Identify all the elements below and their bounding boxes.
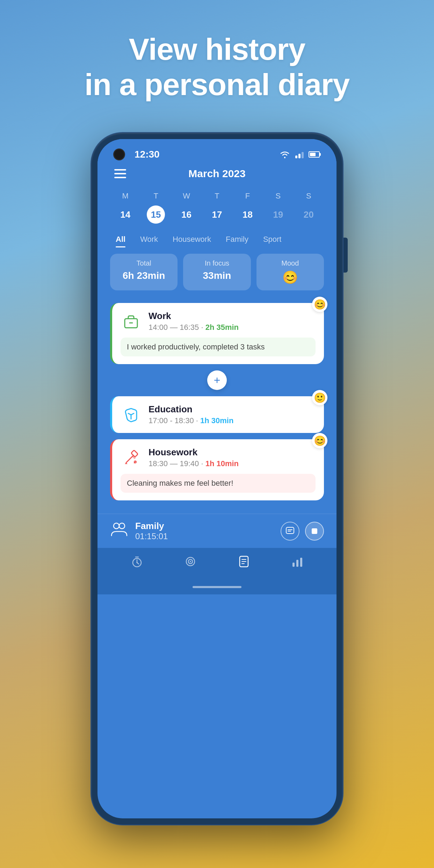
- housework-mood-badge: 😊: [312, 433, 327, 448]
- housework-duration: 1h 10min: [205, 459, 239, 468]
- work-mood-badge: 😊: [312, 297, 327, 312]
- education-duration: 1h 30min: [200, 416, 233, 425]
- tab-sport[interactable]: Sport: [258, 232, 287, 247]
- diary-nav-icon: [237, 555, 251, 571]
- education-mood-badge: 🙂: [312, 390, 327, 405]
- svg-rect-9: [286, 527, 294, 534]
- education-name: Education: [149, 404, 316, 415]
- time-display: 12:30: [135, 149, 160, 160]
- focus-nav-icon: [184, 555, 197, 571]
- tracker-name: Family: [135, 521, 274, 531]
- date-18[interactable]: 18: [232, 205, 263, 224]
- status-bar: 12:30: [97, 139, 337, 164]
- timer-nav-icon: [130, 555, 144, 571]
- nav-timer[interactable]: [130, 555, 144, 573]
- svg-line-4: [126, 456, 133, 463]
- phone-screen: 12:30: [97, 139, 337, 818]
- housework-card-top: Housework 18:30 — 19:40 · 1h 10min: [121, 447, 316, 468]
- svg-rect-12: [312, 528, 317, 534]
- tracker-actions: [281, 522, 324, 541]
- svg-point-7: [114, 523, 119, 529]
- focus-value: 33min: [190, 270, 244, 281]
- education-activity-card[interactable]: 🙂 Education 17:00 - 18:: [110, 396, 324, 433]
- education-icon: [121, 404, 142, 425]
- svg-point-0: [284, 157, 285, 158]
- signal-icon: [295, 151, 304, 158]
- home-indicator: [97, 583, 337, 594]
- housework-card-info: Housework 18:30 — 19:40 · 1h 10min: [149, 447, 316, 468]
- weekday-fri: F: [232, 190, 263, 202]
- housework-icon: [121, 447, 142, 468]
- nav-diary[interactable]: [237, 555, 251, 573]
- stat-total: Total 6h 23min: [110, 254, 178, 290]
- stats-nav-icon: [291, 555, 304, 571]
- stats-row: Total 6h 23min In focus 33min Mood 😊: [97, 247, 337, 299]
- date-15-active[interactable]: 15: [147, 205, 165, 224]
- work-name: Work: [149, 311, 316, 321]
- education-time: 17:00 - 18:30 · 1h 30min: [149, 416, 316, 425]
- hero-line1: View history: [0, 31, 434, 67]
- mood-emoji: 😊: [263, 270, 317, 285]
- tracker-comment-button[interactable]: [281, 522, 299, 541]
- work-card-top: Work 14:00 — 16:35 · 2h 35min: [121, 311, 316, 332]
- hero-line2: in a personal diary: [0, 67, 434, 102]
- tab-family[interactable]: Family: [220, 232, 254, 247]
- tab-all[interactable]: All: [110, 232, 131, 247]
- date-16[interactable]: 16: [171, 205, 202, 224]
- work-note: I worked productively, completed 3 tasks: [121, 338, 316, 356]
- weekday-thu: T: [202, 190, 232, 202]
- tracker-stop-button[interactable]: [305, 522, 324, 541]
- weekday-sat: S: [263, 190, 293, 202]
- tab-work[interactable]: Work: [135, 232, 164, 247]
- weekdays-row: M T W T F S S: [110, 190, 324, 202]
- svg-rect-24: [292, 563, 295, 567]
- focus-label: In focus: [190, 259, 244, 267]
- education-card-info: Education 17:00 - 18:30 · 1h 30min: [149, 404, 316, 425]
- app-header: March 2023: [97, 164, 337, 187]
- active-tracker-bar: Family 01:15:01: [97, 514, 337, 548]
- weekday-wed: W: [171, 190, 202, 202]
- dates-row: 14 15 16 17 18 19 20: [110, 205, 324, 224]
- svg-line-15: [137, 563, 139, 564]
- category-tabs: All Work Housework Family Sport: [97, 229, 337, 247]
- svg-point-19: [190, 561, 191, 562]
- housework-time: 18:30 — 19:40 · 1h 10min: [149, 459, 316, 468]
- date-14[interactable]: 14: [110, 205, 140, 224]
- battery-icon: [309, 151, 320, 158]
- tracker-info: Family 01:15:01: [135, 521, 274, 541]
- phone-outer-shell: 12:30: [91, 133, 343, 825]
- status-icons: [279, 150, 320, 159]
- phone-mockup: 12:30: [91, 133, 343, 825]
- work-card-info: Work 14:00 — 16:35 · 2h 35min: [149, 311, 316, 332]
- add-activity-button[interactable]: +: [207, 370, 227, 390]
- svg-rect-25: [296, 560, 298, 567]
- status-time-area: 12:30: [114, 149, 160, 160]
- date-19[interactable]: 19: [263, 205, 293, 224]
- calendar-section: M T W T F S S 14 15 16 17 18 19 20: [97, 187, 337, 229]
- month-display: March 2023: [188, 168, 245, 180]
- hero-section: View history in a personal diary: [0, 0, 434, 102]
- housework-activity-card[interactable]: 😊 H: [110, 439, 324, 500]
- work-time: 14:00 — 16:35 · 2h 35min: [149, 323, 316, 332]
- tracker-activity-icon: [110, 520, 128, 542]
- tracker-time: 01:15:01: [135, 531, 274, 541]
- tab-housework[interactable]: Housework: [167, 232, 217, 247]
- education-card-top: Education 17:00 - 18:30 · 1h 30min: [121, 404, 316, 425]
- total-label: Total: [117, 259, 171, 267]
- menu-button[interactable]: [114, 169, 126, 178]
- wifi-icon: [279, 150, 290, 159]
- housework-note: Cleaning makes me feel better!: [121, 474, 316, 493]
- activities-area: 😊 Work 14:00 — 16:35 ·: [97, 299, 337, 514]
- stat-mood: Mood 😊: [256, 254, 324, 290]
- work-activity-card[interactable]: 😊 Work 14:00 — 16:35 ·: [110, 303, 324, 364]
- work-duration: 2h 35min: [205, 323, 239, 332]
- date-17[interactable]: 17: [202, 205, 232, 224]
- home-bar: [193, 586, 241, 588]
- weekday-mon: M: [110, 190, 140, 202]
- nav-focus[interactable]: [184, 555, 197, 573]
- date-20[interactable]: 20: [294, 205, 324, 224]
- nav-stats[interactable]: [291, 555, 304, 573]
- stat-focus: In focus 33min: [183, 254, 251, 290]
- camera-notch: [114, 150, 124, 159]
- bottom-navigation: [97, 548, 337, 583]
